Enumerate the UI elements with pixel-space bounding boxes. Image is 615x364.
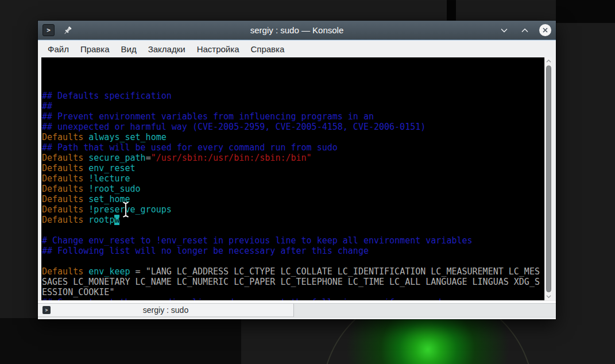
maximize-button[interactable] xyxy=(519,24,531,37)
terminal-line: ESSION_COOKIE" xyxy=(42,287,544,297)
terminal-line: Defaults set_home xyxy=(42,194,544,204)
menu-bar: ФайлПравкаВидЗакладкиНастройкаСправка xyxy=(38,40,556,57)
terminal-text-segment: SAGES LC_MONETARY LC_NAME LC_NUMERIC LC_… xyxy=(42,277,540,287)
terminal-line: ## Comment out the preceding line and un… xyxy=(42,297,544,300)
terminal-text-segment: Defaults xyxy=(42,163,88,173)
terminal-text-segment: ## Defaults specification xyxy=(42,91,172,101)
terminal-text-segment: Defaults xyxy=(42,153,88,163)
menu-item-Файл[interactable]: Файл xyxy=(42,42,75,56)
terminal-line: ## unexpected or harmful way (CVE-2005-2… xyxy=(42,122,544,132)
terminal-text-segment: !root_sudo xyxy=(88,184,140,194)
konsole-app-icon[interactable]: > xyxy=(42,24,55,36)
scrollbar-down-arrow[interactable] xyxy=(546,293,551,300)
terminal-text-segment: ESSION_COOKIE" xyxy=(42,287,114,297)
terminal-text-segment: rootp xyxy=(88,215,114,225)
title-bar[interactable]: sergiy : sudo — Konsole > xyxy=(38,21,556,40)
terminal-line: ## Defaults specification xyxy=(42,91,544,101)
menu-item-Настройка[interactable]: Настройка xyxy=(191,42,245,56)
terminal-text-segment: Defaults xyxy=(42,184,88,194)
terminal-screen[interactable]: ## Defaults specification#### Prevent en… xyxy=(41,57,544,300)
terminal-text-segment: Defaults xyxy=(42,194,88,204)
terminal-text-segment: !preserve_groups xyxy=(88,204,172,215)
terminal-text-segment: ## Following list will no longer be nece… xyxy=(42,246,369,256)
terminal-line: Defaults always_set_home xyxy=(42,132,544,142)
terminal-line: # Change env_reset to !env_reset in prev… xyxy=(42,235,544,246)
backdrop-dark-strip xyxy=(447,0,456,21)
terminal-text-segment: Defaults xyxy=(42,266,88,277)
terminal-line: ## Prevent environment variables from in… xyxy=(42,111,544,122)
tab-sergiy-sudo[interactable]: > sergiy : sudo xyxy=(38,304,294,317)
terminal-text-segment: Defaults xyxy=(42,215,88,225)
terminal-line xyxy=(42,256,544,266)
terminal-text-segment: Defaults xyxy=(42,132,88,142)
tab-label: sergiy : sudo xyxy=(38,305,293,315)
terminal-line: ## Following list will no longer be nece… xyxy=(42,246,544,256)
scrollbar[interactable] xyxy=(544,57,552,300)
pin-icon[interactable] xyxy=(61,24,74,37)
mouse-ibeam-cursor xyxy=(122,201,130,218)
terminal-text-segment: always_set_home xyxy=(88,132,166,142)
menu-item-Правка[interactable]: Правка xyxy=(75,42,115,56)
terminal-line: ## Path that will be used for every comm… xyxy=(42,142,544,153)
terminal-line: Defaults rootpw xyxy=(42,215,544,225)
terminal-text-segment: ## unexpected or harmful way (CVE-2005-2… xyxy=(42,122,426,132)
konsole-window: sergiy : sudo — Konsole > xyxy=(38,21,556,319)
scrollbar-thumb[interactable] xyxy=(546,65,551,292)
window-bottom-edge xyxy=(38,317,556,319)
close-button[interactable] xyxy=(539,24,551,36)
terminal-text-segment: "/usr/sbin:/usr/bin:/sbin:/bin" xyxy=(151,153,312,163)
terminal-text-segment: env_keep xyxy=(88,266,130,277)
menu-item-Вид[interactable]: Вид xyxy=(115,42,142,56)
terminal-text-segment: ## Path that will be used for every comm… xyxy=(42,142,338,153)
menu-item-Закладки[interactable]: Закладки xyxy=(142,42,191,56)
menu-item-Справка[interactable]: Справка xyxy=(245,42,290,56)
terminal-text-segment: = xyxy=(146,153,151,163)
terminal-text-segment: # Change env_reset to !env_reset in prev… xyxy=(42,235,473,246)
terminal-text-segment: ## Comment out the preceding line and un… xyxy=(42,297,441,300)
terminal-line: Defaults env_keep = "LANG LC_ADDRESS LC_… xyxy=(42,266,544,277)
tab-bar: > sergiy : sudo xyxy=(38,303,556,317)
backdrop-dark-corner xyxy=(0,318,241,364)
minimize-button[interactable] xyxy=(498,24,510,37)
terminal-line: Defaults secure_path="/usr/sbin:/usr/bin… xyxy=(42,153,544,163)
terminal-line xyxy=(42,225,544,235)
terminal-area: ## Defaults specification#### Prevent en… xyxy=(38,57,556,300)
scrollbar-up-arrow[interactable] xyxy=(546,57,551,65)
backdrop-dark-area xyxy=(556,0,615,23)
terminal-text-segment: !lecture xyxy=(88,173,130,184)
terminal-text-segment: ## xyxy=(42,101,52,111)
terminal-text-segment: "LANG LC_ADDRESS LC_CTYPE LC_COLLATE LC_… xyxy=(146,266,540,277)
window-title: sergiy : sudo — Konsole xyxy=(38,25,556,35)
terminal-text-segment: Defaults xyxy=(42,173,88,184)
terminal-line: Defaults !root_sudo xyxy=(42,184,544,194)
terminal-line: SAGES LC_MONETARY LC_NAME LC_NUMERIC LC_… xyxy=(42,277,544,287)
terminal-line: Defaults env_reset xyxy=(42,163,544,173)
terminal-text-segment: env_reset xyxy=(88,163,135,173)
terminal-line: Defaults !preserve_groups xyxy=(42,204,544,215)
text-cursor: w xyxy=(114,215,119,225)
terminal-text-segment: ## Prevent environment variables from in… xyxy=(42,111,374,122)
terminal-text-segment: secure_path xyxy=(88,153,145,163)
terminal-text-segment: Defaults xyxy=(42,204,88,215)
terminal-line: Defaults !lecture xyxy=(42,173,544,184)
terminal-line: ## xyxy=(42,101,544,111)
tab-bar-empty-space[interactable] xyxy=(294,304,556,317)
terminal-text-segment: = xyxy=(130,266,146,277)
